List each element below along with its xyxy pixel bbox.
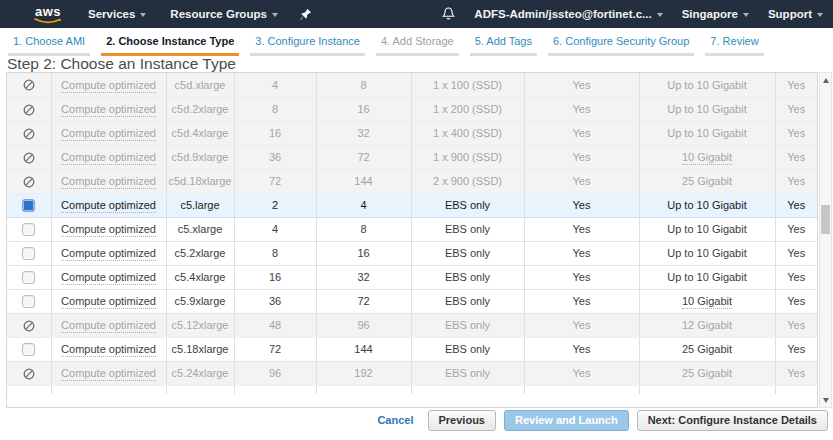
resource-groups-menu[interactable]: Resource Groups [170, 8, 278, 20]
triangle-down-icon [823, 398, 829, 403]
ipv6-value: Yes [787, 367, 805, 379]
memory-value: 16 [357, 247, 369, 259]
storage-value: EBS only [445, 271, 490, 283]
ipv6-value: Yes [787, 319, 805, 331]
review-and-launch-button[interactable]: Review and Launch [504, 410, 629, 431]
empty-cell [639, 385, 775, 394]
network-value: 25 Gigabit [682, 175, 732, 187]
row-select-cell[interactable] [7, 193, 51, 217]
next-configure-instance-details-button[interactable]: Next: Configure Instance Details [637, 410, 828, 431]
table-vertical-scrollbar[interactable] [819, 72, 832, 408]
ipv6-value: Yes [787, 79, 805, 91]
memory-cell: 32 [316, 121, 411, 145]
ebs-value: Yes [573, 247, 591, 259]
ipv6-cell: Yes [775, 289, 817, 313]
cancel-link[interactable]: Cancel [377, 414, 413, 426]
row-select-cell[interactable] [7, 241, 51, 265]
notifications-button[interactable] [442, 7, 455, 21]
type-cell: c5.xlarge [166, 217, 234, 241]
instance-checkbox[interactable] [22, 199, 35, 212]
row-select-cell[interactable] [7, 337, 51, 361]
services-menu[interactable]: Services [88, 8, 146, 20]
table-row[interactable]: Compute optimizedc5.2xlarge816EBS onlyYe… [7, 241, 817, 265]
support-menu-label: Support [768, 8, 812, 20]
storage-cell: EBS only [411, 337, 524, 361]
memory-cell: 16 [316, 97, 411, 121]
memory-cell: 144 [316, 337, 411, 361]
memory-cell: 72 [316, 145, 411, 169]
ipv6-value: Yes [787, 103, 805, 115]
ebs-cell: Yes [524, 265, 639, 289]
network-cell: 25 Gigabit [639, 169, 775, 193]
memory-value: 72 [357, 295, 369, 307]
empty-cell [234, 385, 316, 394]
network-value: 10 Gigabit [682, 151, 732, 165]
ebs-value: Yes [573, 175, 591, 187]
instance-checkbox[interactable] [22, 343, 35, 356]
vcpus-cell: 8 [234, 97, 316, 121]
network-value: 25 Gigabit [682, 367, 732, 379]
wizard-step-1[interactable]: 1. Choose AMI [8, 33, 90, 56]
aws-logo[interactable]: aws [34, 5, 62, 24]
network-cell: Up to 10 Gigabit [639, 217, 775, 241]
table-row[interactable]: Compute optimizedc5.9xlarge3672EBS onlyY… [7, 289, 817, 313]
vcpus-cell: 36 [234, 145, 316, 169]
network-cell: Up to 10 Gigabit [639, 97, 775, 121]
wizard-footer-actions: Cancel Previous Review and Launch Next: … [377, 409, 828, 431]
row-select-cell[interactable] [7, 265, 51, 289]
ebs-cell: Yes [524, 289, 639, 313]
instance-checkbox[interactable] [22, 295, 35, 308]
instance-checkbox[interactable] [22, 223, 35, 236]
wizard-step-7[interactable]: 7. Review [705, 33, 763, 56]
table-row[interactable]: Compute optimizedc5.xlarge48EBS onlyYesU… [7, 217, 817, 241]
ebs-value: Yes [573, 199, 591, 211]
ebs-value: Yes [573, 223, 591, 235]
scrollbar-thumb[interactable] [821, 205, 830, 234]
row-select-cell[interactable] [7, 217, 51, 241]
storage-value: 1 x 200 (SSD) [433, 103, 502, 115]
instance-checkbox[interactable] [22, 247, 35, 260]
network-cell: 25 Gigabit [639, 361, 775, 385]
memory-cell: 144 [316, 169, 411, 193]
wizard-step-6[interactable]: 6. Configure Security Group [548, 33, 694, 56]
storage-value: EBS only [445, 295, 490, 307]
table-row[interactable]: Compute optimizedc5.18xlarge72144EBS onl… [7, 337, 817, 361]
type-value: c5.18xlarge [172, 343, 229, 355]
pin-shortcut-button[interactable] [300, 8, 312, 21]
ebs-cell: Yes [524, 73, 639, 97]
table-row[interactable]: Compute optimizedc5.4xlarge1632EBS onlyY… [7, 265, 817, 289]
scroll-up-button[interactable] [820, 74, 831, 86]
memory-cell: 192 [316, 361, 411, 385]
ebs-cell: Yes [524, 337, 639, 361]
family-value: Compute optimized [61, 247, 156, 261]
storage-value: EBS only [445, 367, 490, 379]
type-cell: c5.large [166, 193, 234, 217]
memory-value: 8 [360, 79, 366, 91]
scroll-down-button[interactable] [820, 394, 831, 406]
row-select-cell[interactable] [7, 289, 51, 313]
type-value: c5d.4xlarge [172, 127, 229, 139]
network-cell: 10 Gigabit [639, 289, 775, 313]
empty-cell [7, 385, 51, 394]
storage-cell: 1 x 200 (SSD) [411, 97, 524, 121]
family-value: Compute optimized [61, 295, 156, 309]
account-menu[interactable]: ADFS-Admin/jssteo@fortinet.c... [474, 8, 662, 20]
empty-cell [51, 385, 166, 394]
wizard-step-2[interactable]: 2. Choose Instance Type [101, 33, 239, 56]
ipv6-value: Yes [787, 295, 805, 307]
instance-checkbox[interactable] [22, 271, 35, 284]
wizard-step-3[interactable]: 3. Configure Instance [250, 33, 365, 56]
page-title: Step 2: Choose an Instance Type [7, 55, 236, 73]
table-row[interactable]: Compute optimizedc5.large24EBS onlyYesUp… [7, 193, 817, 217]
wizard-step-5[interactable]: 5. Add Tags [470, 33, 537, 56]
topnav-right-group: ADFS-Admin/jssteo@fortinet.c... Singapor… [442, 7, 823, 21]
memory-value: 72 [357, 151, 369, 163]
network-cell: Up to 10 Gigabit [639, 121, 775, 145]
previous-button[interactable]: Previous [428, 410, 496, 431]
support-menu[interactable]: Support [768, 8, 823, 20]
family-value: Compute optimized [61, 223, 156, 237]
ipv6-value: Yes [787, 175, 805, 187]
ebs-cell: Yes [524, 241, 639, 265]
ipv6-cell: Yes [775, 193, 817, 217]
region-menu[interactable]: Singapore [682, 8, 749, 20]
